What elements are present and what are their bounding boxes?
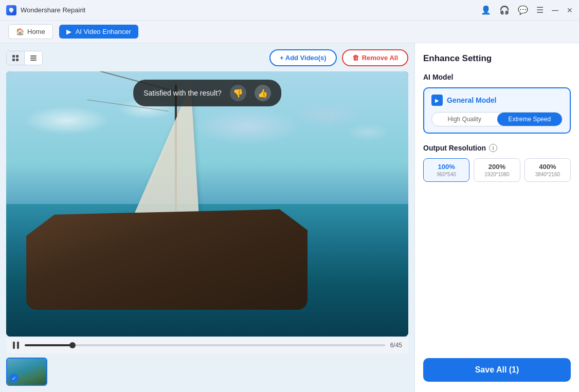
thumbnails-row: ✓: [6, 358, 408, 386]
progress-bar[interactable]: [25, 344, 385, 346]
time-label: 6/45: [390, 342, 402, 349]
ai-model-card: ▶ General Model High Quality Extreme Spe…: [423, 87, 571, 134]
view-toggle: [6, 51, 43, 65]
main-layout: + Add Video(s) 🗑 Remove All Satisfied wi…: [0, 43, 579, 392]
res-200-dims: 1920*1080: [476, 172, 517, 177]
res-100-dims: 960*540: [426, 172, 467, 177]
list-icon: [30, 54, 37, 62]
minimize-button[interactable]: ─: [552, 6, 558, 15]
enhancer-icon: ▶: [66, 28, 71, 35]
progress-thumb: [69, 342, 76, 348]
pause-button[interactable]: [12, 341, 20, 349]
res-100-percent: 100%: [426, 163, 467, 171]
resolution-400-button[interactable]: 400% 3840*2160: [524, 158, 571, 182]
resolution-label: Output Resolution i: [423, 144, 571, 152]
res-400-dims: 3840*2160: [527, 172, 568, 177]
dislike-button[interactable]: 👎: [230, 85, 246, 101]
model-icon: ▶: [431, 95, 443, 106]
home-icon: 🏠: [16, 28, 24, 35]
model-name: General Model: [447, 96, 496, 104]
thumbnail-check: ✓: [9, 374, 19, 383]
resolution-200-button[interactable]: 200% 1920*1080: [474, 158, 520, 182]
titlebar-right: 👤 🎧 💬 ☰ ─ ✕: [481, 5, 573, 15]
enhancer-label: AI Video Enhancer: [76, 28, 131, 35]
video-controls: 6/45: [6, 337, 408, 353]
ai-model-label: AI Model: [423, 73, 571, 81]
res-400-percent: 400%: [527, 163, 568, 171]
chat-icon[interactable]: 💬: [518, 5, 528, 15]
like-button[interactable]: 👍: [255, 85, 271, 101]
account-icon[interactable]: 👤: [481, 5, 491, 15]
titlebar-left: Wondershare Repairit: [6, 5, 85, 15]
svg-rect-8: [17, 342, 19, 349]
pause-icon: [12, 341, 20, 349]
svg-rect-2: [12, 59, 15, 61]
resolution-options: 100% 960*540 200% 1920*1080 400% 3840*21…: [423, 158, 571, 182]
info-icon[interactable]: i: [489, 144, 497, 152]
app-icon: [6, 5, 16, 15]
grid-view-button[interactable]: [7, 51, 25, 65]
model-header: ▶ General Model: [431, 95, 563, 106]
resolution-section: Output Resolution i 100% 960*540 200% 19…: [423, 144, 571, 182]
home-label: Home: [27, 28, 45, 35]
svg-rect-4: [30, 55, 37, 57]
extreme-speed-button[interactable]: Extreme Speed: [497, 113, 563, 126]
trash-icon: 🗑: [352, 54, 359, 62]
resolution-100-button[interactable]: 100% 960*540: [423, 158, 469, 182]
list-view-button[interactable]: [25, 51, 42, 65]
menu-icon[interactable]: ☰: [536, 5, 544, 15]
feedback-text: Satisfied with the result?: [143, 89, 222, 97]
svg-rect-7: [13, 342, 15, 349]
boat-body: [26, 204, 307, 310]
nav-ai-enhancer-button[interactable]: ▶ AI Video Enhancer: [59, 25, 138, 39]
high-quality-button[interactable]: High Quality: [432, 113, 497, 126]
svg-rect-6: [30, 60, 37, 61]
svg-rect-3: [16, 59, 19, 61]
nav-home-button[interactable]: 🏠 Home: [8, 24, 53, 39]
thumbnail-item[interactable]: ✓: [6, 358, 47, 386]
quality-toggle: High Quality Extreme Speed: [431, 112, 563, 126]
save-all-button[interactable]: Save All (1): [423, 358, 571, 382]
app-title: Wondershare Repairit: [21, 6, 85, 14]
toolbar-actions: + Add Video(s) 🗑 Remove All: [269, 49, 408, 66]
video-frame: [6, 71, 408, 337]
add-video-button[interactable]: + Add Video(s): [269, 49, 337, 66]
svg-rect-1: [16, 55, 19, 58]
right-panel: Enhance Setting AI Model ▶ General Model…: [414, 43, 579, 392]
progress-fill: [25, 344, 73, 346]
left-panel: + Add Video(s) 🗑 Remove All Satisfied wi…: [0, 43, 414, 392]
navbar: 🏠 Home ▶ AI Video Enhancer: [0, 21, 579, 43]
svg-rect-5: [30, 58, 37, 59]
headset-icon[interactable]: 🎧: [499, 5, 510, 15]
feedback-overlay: Satisfied with the result? 👎 👍: [133, 80, 281, 106]
remove-all-button[interactable]: 🗑 Remove All: [342, 49, 408, 66]
res-200-percent: 200%: [476, 163, 517, 171]
toolbar: + Add Video(s) 🗑 Remove All: [6, 49, 408, 66]
titlebar: Wondershare Repairit 👤 🎧 💬 ☰ ─ ✕: [0, 0, 579, 21]
grid-icon: [12, 54, 19, 62]
video-area: Satisfied with the result? 👎 👍: [6, 71, 408, 337]
ai-model-section: AI Model ▶ General Model High Quality Ex…: [423, 73, 571, 144]
close-button[interactable]: ✕: [567, 6, 573, 14]
panel-title: Enhance Setting: [423, 53, 571, 64]
svg-rect-0: [12, 55, 15, 58]
